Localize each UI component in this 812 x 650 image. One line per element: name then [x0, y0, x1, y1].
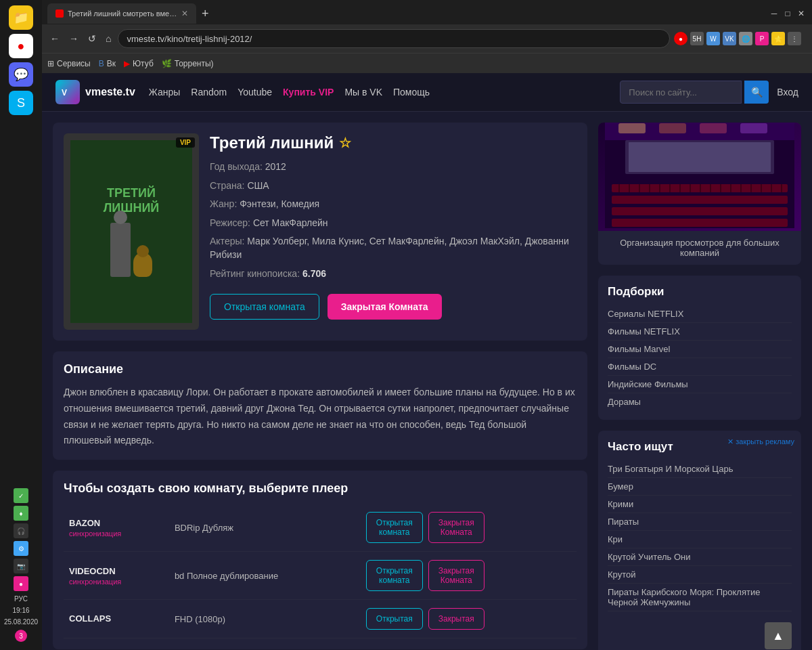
collection-item[interactable]: Сериалы NETFLIX	[608, 305, 792, 323]
site-logo[interactable]: V vmeste.tv	[55, 80, 135, 104]
nav-youtube[interactable]: Youtube	[238, 87, 272, 98]
bookmark-services[interactable]: ⊞ Сервисы	[47, 59, 91, 68]
description-card: Описание Джон влюблен в красавицу Лори. …	[53, 351, 587, 460]
ext-icon-2[interactable]: 5H	[690, 32, 704, 45]
browser-chrome: Третий лишний смотреть вмест... ✕ + ─ □ …	[42, 0, 812, 73]
search-input[interactable]	[620, 81, 742, 104]
trending-item[interactable]: Крутой Учитель Они	[608, 548, 792, 566]
player-name-cell: VIDEOCDN синхронизация	[64, 552, 169, 600]
collection-item[interactable]: Фильмы DC	[608, 358, 792, 376]
player-closed-room-button[interactable]: ЗакрытаяКомната	[428, 560, 484, 591]
bookmark-torrents[interactable]: 🌿 Торренты)	[162, 59, 214, 68]
back-button[interactable]: ←	[47, 30, 62, 47]
close-button[interactable]: ✕	[796, 8, 807, 19]
collection-item[interactable]: Дорамы	[608, 393, 792, 410]
player-row-videocdn: VIDEOCDN синхронизация bd Полное дублиро…	[64, 552, 577, 600]
taskbar-icon-headphones[interactable]: 🎧	[14, 523, 28, 538]
taskbar-icon-discord[interactable]: 💬	[9, 62, 33, 87]
browser-tab-active[interactable]: Третий лишний смотреть вмест... ✕	[47, 3, 196, 24]
trending-item[interactable]: Крими	[608, 496, 792, 513]
actors-label: Актеры:	[210, 236, 244, 246]
scroll-to-top-button[interactable]: ▲	[765, 622, 792, 649]
director-value: Сет МакФарлейн	[253, 217, 328, 228]
player-name: VIDEOCDN	[69, 566, 164, 576]
taskbar-time: 19:16	[12, 607, 29, 614]
nav-help[interactable]: Помощь	[393, 87, 430, 98]
trending-item[interactable]: Бумер	[608, 478, 792, 496]
trending-item[interactable]: Пираты	[608, 513, 792, 531]
player-quality-cell: BDRip Дубляж	[169, 504, 361, 552]
player-name-cell: COLLAPS	[64, 600, 169, 638]
ext-icon-6[interactable]: ⭐	[771, 32, 785, 45]
ext-icon-5[interactable]: P	[755, 32, 769, 45]
player-quality-cell: FHD (1080p)	[169, 600, 361, 638]
forward-button[interactable]: →	[66, 30, 81, 47]
trending-item[interactable]: Пираты Карибского Моря: Проклятие Черной…	[608, 584, 792, 611]
taskbar-icon-skype[interactable]: S	[9, 91, 33, 115]
taskbar-icon-notification[interactable]: ✓	[14, 488, 28, 503]
address-input[interactable]	[118, 29, 670, 48]
player-closed-room-button[interactable]: Закрытая	[428, 608, 484, 630]
svg-rect-19	[669, 184, 671, 192]
login-button[interactable]: Вход	[777, 87, 798, 98]
trending-item[interactable]: Кри	[608, 531, 792, 548]
close-ad-button[interactable]: ✕ закрыть рекламу	[727, 437, 794, 446]
collection-item[interactable]: Фильмы Marvel	[608, 341, 792, 358]
closed-room-button[interactable]: Закрытая Комната	[328, 294, 442, 320]
description-text: Джон влюблен в красавицу Лори. Он работа…	[64, 385, 577, 449]
taskbar-icon-settings[interactable]: ⚙	[14, 541, 28, 556]
svg-rect-14	[618, 184, 620, 192]
cinema-image	[598, 123, 801, 231]
player-open-room-button[interactable]: Открытаякомната	[366, 512, 423, 543]
nav-genres[interactable]: Жанры	[149, 87, 180, 98]
nav-vk[interactable]: Мы в VK	[344, 87, 382, 98]
collection-item[interactable]: Индийские Фильмы	[608, 376, 792, 393]
taskbar-date: 25.08.2020	[4, 618, 38, 626]
site-content: V vmeste.tv Жанры Random Youtube Купить …	[42, 73, 812, 650]
meta-rating: Рейтинг кинопоиска: 6.706	[210, 267, 577, 281]
player-quality: FHD (1080p)	[175, 614, 355, 624]
tab-title: Третий лишний смотреть вмест...	[68, 9, 177, 18]
taskbar-icon-discord2[interactable]: ♦	[14, 506, 28, 521]
player-closed-room-button[interactable]: ЗакрытаяКомната	[428, 512, 484, 543]
player-card: Чтобы создать свою комнату, выберите пле…	[53, 471, 587, 649]
nav-buy-vip[interactable]: Купить VIP	[283, 87, 334, 98]
year-value: 2012	[265, 161, 286, 172]
taskbar-icon-app[interactable]: ●	[14, 576, 28, 591]
minimize-button[interactable]: ─	[769, 8, 780, 19]
taskbar-icon-chrome[interactable]: ●	[9, 34, 33, 58]
new-tab-button[interactable]: +	[196, 7, 215, 21]
taskbar-icon-camera[interactable]: 📷	[14, 559, 28, 573]
maximize-button[interactable]: □	[782, 8, 793, 19]
refresh-button[interactable]: ↺	[85, 30, 99, 47]
tab-close-button[interactable]: ✕	[181, 9, 188, 18]
player-sync: синхронизация	[69, 529, 164, 538]
player-buttons: Открытая Закрытая	[366, 608, 571, 630]
svg-rect-30	[781, 184, 782, 192]
player-open-room-button[interactable]: Открытая	[366, 608, 423, 630]
ext-icon-1[interactable]: ●	[674, 32, 687, 45]
nav-random[interactable]: Random	[191, 87, 227, 98]
ext-icon-4[interactable]: 🌐	[739, 32, 752, 45]
bookmark-vk[interactable]: B Вк	[99, 59, 116, 68]
movie-meta: Год выхода: 2012 Страна: США Жанр: Фэнте…	[210, 160, 577, 280]
description-title: Описание	[64, 362, 577, 376]
svg-rect-29	[771, 184, 772, 192]
ext-icon-menu[interactable]: ⋮	[788, 32, 801, 45]
taskbar-icon-filemanager[interactable]: 📁	[9, 5, 33, 30]
content-column: VIP ТРЕТИЙЛИШНИЙ	[53, 123, 587, 650]
collection-item[interactable]: Фильмы NETFLIX	[608, 323, 792, 341]
player-open-room-button[interactable]: Открытаякомната	[366, 560, 423, 591]
ext-icon-vk[interactable]: VK	[723, 32, 736, 45]
trending-item[interactable]: Крутой	[608, 566, 792, 584]
trending-item[interactable]: Три Богатыря И Морской Царь	[608, 460, 792, 478]
svg-rect-5	[659, 123, 686, 133]
ext-icon-3[interactable]: W	[706, 32, 720, 45]
bookmark-youtube[interactable]: ▶ Ютуб	[124, 59, 154, 68]
svg-rect-4	[618, 123, 646, 133]
home-button[interactable]: ⌂	[103, 30, 114, 47]
player-row-collaps: COLLAPS FHD (1080p) Открытая Закрыта	[64, 600, 577, 638]
svg-text:V: V	[62, 88, 67, 98]
open-room-button[interactable]: Открытая комната	[210, 294, 319, 320]
search-button[interactable]: 🔍	[744, 81, 769, 104]
